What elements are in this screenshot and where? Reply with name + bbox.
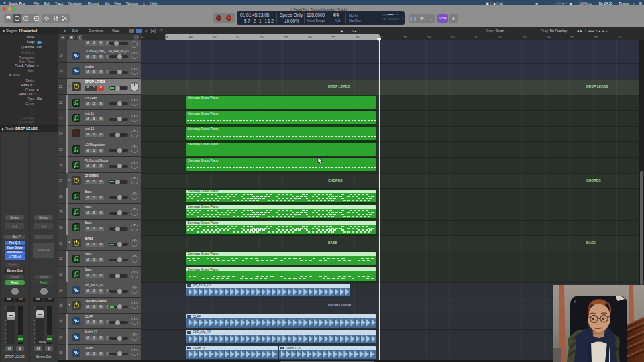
svg-text:?: ? bbox=[25, 16, 27, 20]
